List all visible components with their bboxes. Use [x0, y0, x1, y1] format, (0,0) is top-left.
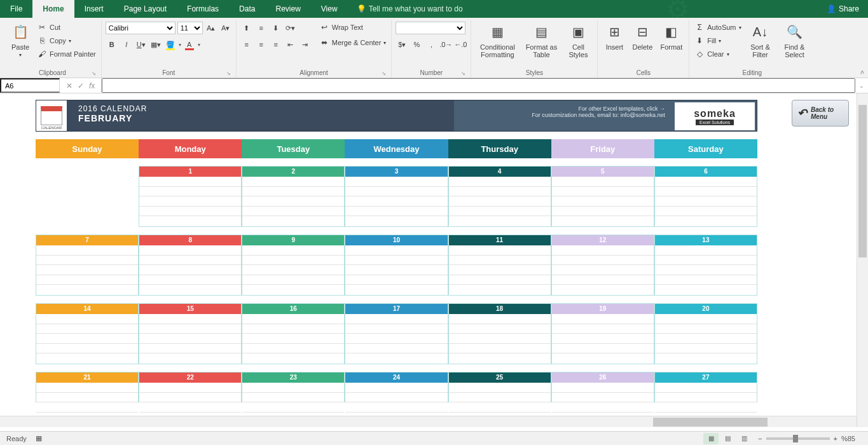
autosum-button[interactable]: ΣAutoSum▾ [693, 22, 742, 33]
day-lines[interactable] [449, 314, 551, 364]
day-cell[interactable]: 11 [448, 235, 551, 296]
day-lines[interactable] [242, 245, 344, 295]
tab-view[interactable]: View [311, 0, 348, 18]
increase-font-button[interactable]: A▴ [205, 22, 217, 34]
fill-button[interactable]: ⬇Fill▾ [693, 35, 742, 46]
day-cell[interactable]: 10 [345, 235, 448, 296]
day-lines[interactable] [36, 383, 138, 402]
page-layout-view-button[interactable]: ▤ [720, 433, 735, 444]
underline-button[interactable]: U▾ [135, 38, 148, 51]
day-cell[interactable]: 23 [242, 372, 345, 402]
wrap-text-button[interactable]: ↩Wrap Text [318, 22, 388, 33]
align-right-button[interactable]: ≡ [270, 38, 282, 51]
zoom-in-button[interactable]: + [834, 435, 837, 442]
cell-styles-button[interactable]: ▣Cell Styles [563, 20, 593, 60]
day-cell[interactable]: 20 [654, 303, 757, 364]
paste-button[interactable]: 📋 Paste▾ [8, 20, 33, 59]
day-lines[interactable] [449, 177, 551, 226]
number-launcher[interactable]: ↘ [461, 71, 465, 76]
tab-data[interactable]: Data [229, 0, 265, 18]
day-cell[interactable]: 12 [551, 235, 654, 296]
day-cell[interactable]: 26 [551, 372, 654, 402]
day-lines[interactable] [242, 177, 344, 226]
font-color-button[interactable]: A [183, 38, 196, 51]
tell-me[interactable]: 💡Tell me what you want to do [348, 0, 472, 18]
horizontal-scrollbar[interactable] [0, 416, 857, 427]
accounting-format-button[interactable]: $▾ [396, 38, 408, 51]
day-lines[interactable] [345, 314, 447, 364]
back-to-menu-button[interactable]: ↶ Back to Menu [792, 100, 849, 127]
day-lines[interactable] [552, 383, 654, 402]
name-box[interactable] [0, 78, 60, 93]
day-cell[interactable]: 24 [345, 372, 448, 402]
day-cell[interactable]: 27 [654, 372, 757, 402]
merge-center-button[interactable]: ⬌Merge & Center▾ [318, 37, 388, 48]
day-lines[interactable] [552, 177, 654, 226]
day-cell[interactable]: 2 [242, 166, 345, 227]
day-cell[interactable]: 15 [139, 303, 242, 364]
day-lines[interactable] [552, 245, 654, 295]
day-cell[interactable]: 4 [448, 166, 551, 227]
comma-format-button[interactable]: , [425, 38, 437, 51]
day-lines[interactable] [655, 245, 757, 295]
day-cell[interactable]: 8 [139, 235, 242, 296]
day-lines[interactable] [345, 177, 447, 226]
day-lines[interactable] [552, 314, 654, 364]
tab-review[interactable]: Review [265, 0, 310, 18]
tab-formulas[interactable]: Formulas [177, 0, 229, 18]
day-lines[interactable] [655, 383, 757, 402]
share-button[interactable]: 👤Share [818, 0, 868, 18]
delete-cells-button[interactable]: ⊟Delete [630, 20, 655, 52]
day-cell[interactable]: 1 [139, 166, 242, 227]
day-cell[interactable]: 9 [242, 235, 345, 296]
decrease-decimal-button[interactable]: ←.0 [454, 38, 467, 51]
day-lines[interactable] [36, 245, 138, 295]
day-lines[interactable] [139, 314, 241, 364]
page-break-view-button[interactable]: ▥ [736, 433, 752, 444]
copy-button[interactable]: ⎘Copy▾ [36, 35, 97, 46]
conditional-formatting-button[interactable]: ▦Conditional Formatting [475, 20, 520, 60]
tab-page-layout[interactable]: Page Layout [114, 0, 177, 18]
expand-formula-bar[interactable]: ⌄ [855, 78, 868, 93]
day-cell[interactable] [36, 166, 139, 227]
day-cell[interactable]: 18 [448, 303, 551, 364]
zoom-out-button[interactable]: − [758, 435, 762, 442]
day-lines[interactable] [242, 314, 344, 364]
align-top-button[interactable]: ⬆ [240, 22, 253, 34]
align-middle-button[interactable]: ≡ [255, 22, 268, 34]
day-cell[interactable]: 3 [345, 166, 448, 227]
day-cell[interactable]: 25 [448, 372, 551, 402]
font-family-select[interactable]: Calibri [106, 22, 176, 34]
align-center-button[interactable]: ≡ [255, 38, 268, 51]
orientation-button[interactable]: ⟳▾ [284, 22, 297, 34]
decrease-font-button[interactable]: A▾ [219, 22, 232, 34]
tab-file[interactable]: File [0, 0, 32, 18]
normal-view-button[interactable]: ▦ [703, 433, 719, 444]
format-as-table-button[interactable]: ▤Format as Table [522, 20, 560, 60]
day-lines[interactable] [449, 245, 551, 295]
increase-indent-button[interactable]: ⇥ [299, 38, 312, 51]
font-launcher[interactable]: ↘ [226, 71, 231, 76]
sort-filter-button[interactable]: A↓Sort & Filter [745, 20, 776, 60]
day-lines[interactable] [449, 383, 551, 402]
insert-cells-button[interactable]: ⊞Insert [602, 20, 627, 52]
bold-button[interactable]: B [106, 38, 118, 51]
fill-color-button[interactable]: 🪣 [164, 38, 177, 51]
zoom-level[interactable]: %85 [841, 435, 855, 442]
zoom-slider[interactable] [766, 437, 830, 440]
day-cell[interactable]: 14 [36, 303, 139, 364]
enter-formula-button[interactable]: ✓ [78, 81, 84, 90]
day-cell[interactable]: 6 [654, 166, 757, 227]
day-lines[interactable] [36, 314, 138, 364]
vertical-scrollbar[interactable] [857, 93, 868, 427]
day-cell[interactable]: 17 [345, 303, 448, 364]
day-lines[interactable] [345, 245, 447, 295]
day-cell[interactable]: 13 [654, 235, 757, 296]
decrease-indent-button[interactable]: ⇤ [284, 38, 297, 51]
day-cell[interactable]: 5 [551, 166, 654, 227]
align-bottom-button[interactable]: ⬇ [270, 22, 282, 34]
tab-home[interactable]: Home [32, 0, 74, 18]
formula-bar[interactable] [102, 78, 855, 93]
find-select-button[interactable]: 🔍Find & Select [778, 20, 811, 60]
day-cell[interactable]: 22 [139, 372, 242, 402]
